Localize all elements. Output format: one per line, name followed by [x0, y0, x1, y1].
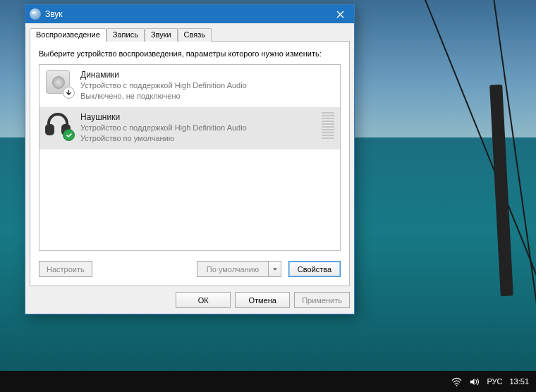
tab-recording[interactable]: Запись — [106, 28, 145, 42]
clock[interactable]: 13:51 — [509, 377, 529, 386]
device-list[interactable]: Динамики Устройство с поддержкой High De… — [39, 64, 341, 251]
configure-button[interactable]: Настроить — [39, 261, 92, 277]
close-icon — [336, 11, 344, 18]
sound-dialog: Звук Воспроизведение Запись Звуки Связь … — [25, 4, 355, 314]
titlebar[interactable]: Звук — [25, 5, 354, 23]
status-badge-default-icon — [63, 129, 75, 141]
ok-button[interactable]: ОК — [176, 292, 231, 308]
tab-communications[interactable]: Связь — [178, 28, 212, 42]
taskbar[interactable]: РУС 13:51 — [0, 371, 536, 392]
tabs: Воспроизведение Запись Звуки Связь — [30, 28, 350, 42]
apply-button[interactable]: Применить — [294, 292, 350, 308]
close-button[interactable] — [326, 5, 354, 23]
device-desc: Устройство с поддержкой High Definition … — [80, 80, 334, 91]
chevron-down-icon — [272, 267, 278, 272]
device-item-headphones[interactable]: Наушники Устройство с поддержкой High De… — [39, 107, 340, 149]
properties-button[interactable]: Свойства — [288, 261, 341, 277]
language-indicator[interactable]: РУС — [487, 377, 502, 386]
panel-button-row: Настроить По умолчанию Свойства — [39, 261, 341, 277]
window-title: Звук — [45, 9, 326, 19]
system-tray[interactable]: РУС 13:51 — [451, 376, 529, 387]
status-badge-disabled-icon — [63, 87, 75, 99]
instruction-text: Выберите устройство воспроизведения, пар… — [39, 49, 341, 59]
set-default-button[interactable]: По умолчанию — [197, 261, 269, 277]
dialog-button-row: ОК Отмена Применить — [30, 292, 350, 308]
device-name: Динамики — [80, 69, 334, 80]
tab-sounds[interactable]: Звуки — [145, 28, 178, 42]
svg-point-0 — [456, 385, 458, 386]
headphones-icon — [45, 111, 73, 140]
cancel-button[interactable]: Отмена — [235, 292, 290, 308]
wifi-icon[interactable] — [451, 376, 462, 387]
set-default-splitbutton[interactable]: По умолчанию — [197, 261, 281, 277]
device-status: Выключено, не подключено — [80, 91, 334, 102]
device-text: Наушники Устройство с поддержкой High De… — [80, 111, 310, 144]
sound-icon — [30, 8, 41, 20]
desktop: Звук Воспроизведение Запись Звуки Связь … — [0, 0, 536, 392]
device-desc: Устройство с поддержкой High Definition … — [80, 123, 310, 133]
device-name: Наушники — [80, 111, 310, 123]
dialog-body: Воспроизведение Запись Звуки Связь Выбер… — [25, 23, 354, 314]
volume-icon[interactable] — [469, 376, 480, 387]
level-meter — [322, 112, 334, 139]
speaker-icon — [45, 69, 73, 97]
set-default-dropdown[interactable] — [269, 261, 281, 277]
device-item-speakers[interactable]: Динамики Устройство с поддержкой High De… — [39, 65, 340, 107]
tab-playback[interactable]: Воспроизведение — [30, 28, 106, 42]
tab-panel-playback: Выберите устройство воспроизведения, пар… — [30, 41, 350, 286]
device-status: Устройство по умолчанию — [80, 133, 310, 144]
device-text: Динамики Устройство с поддержкой High De… — [80, 69, 334, 102]
